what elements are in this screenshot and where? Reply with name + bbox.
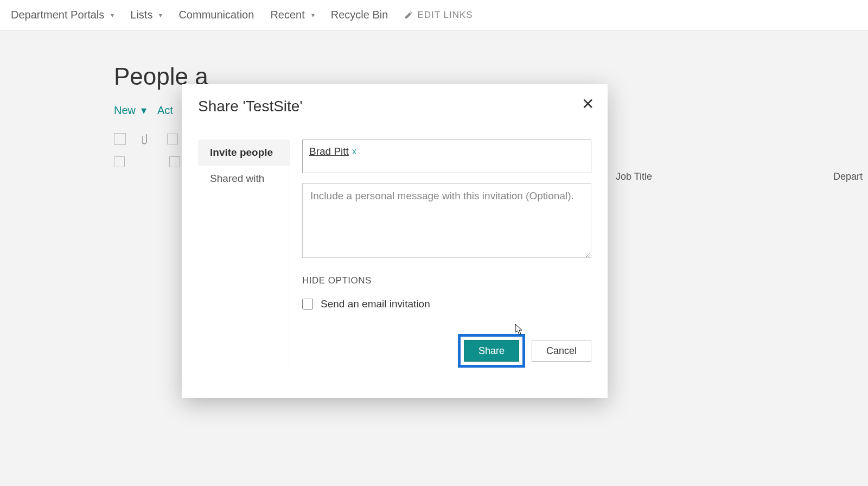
row-select-checkbox[interactable] [169, 156, 180, 167]
button-label: New [114, 104, 136, 117]
chevron-down-icon: ▾ [311, 11, 315, 19]
document-icon [114, 133, 126, 145]
tab-invite-people[interactable]: Invite people [198, 140, 290, 166]
share-highlight-box: Share [458, 334, 525, 368]
hide-options-toggle[interactable]: HIDE OPTIONS [302, 275, 591, 286]
dialog-title: Share 'TestSite' [198, 98, 591, 115]
new-button[interactable]: New ▾ [114, 104, 146, 117]
nav-lists[interactable]: Lists ▾ [130, 9, 162, 21]
nav-label: Recycle Bin [331, 9, 388, 21]
actions-button[interactable]: Act [157, 104, 173, 117]
chevron-down-icon: ▾ [141, 104, 146, 117]
cancel-button[interactable]: Cancel [532, 340, 591, 362]
select-all-checkbox[interactable] [167, 134, 178, 144]
nav-label: EDIT LINKS [417, 10, 473, 21]
tab-shared-with[interactable]: Shared with [198, 166, 290, 192]
email-invitation-row: Send an email invitation [302, 298, 591, 310]
chevron-down-icon: ▾ [111, 11, 114, 19]
dialog-body: Invite people Shared with Brad Pitt x HI… [198, 140, 591, 368]
column-department[interactable]: Depart [833, 171, 863, 182]
row-checkbox[interactable] [114, 156, 125, 167]
tab-label: Invite people [210, 147, 273, 159]
button-label: Share [478, 345, 505, 357]
message-textarea[interactable] [302, 183, 591, 258]
tab-label: Shared with [210, 173, 264, 185]
share-button[interactable]: Share [464, 340, 519, 362]
button-label: Act [157, 104, 173, 117]
nav-label: Communication [178, 9, 254, 21]
dialog-button-row: Share Cancel [458, 334, 591, 368]
nav-label: Department Portals [11, 9, 104, 21]
nav-recycle-bin[interactable]: Recycle Bin [331, 9, 388, 21]
people-chip-name[interactable]: Brad Pitt [309, 146, 349, 157]
chevron-down-icon: ▾ [159, 11, 162, 19]
nav-recent[interactable]: Recent ▾ [270, 9, 314, 21]
column-job-title[interactable]: Job Title [616, 171, 652, 182]
remove-chip-button[interactable]: x [352, 147, 356, 156]
nav-edit-links[interactable]: EDIT LINKS [404, 10, 473, 21]
nav-label: Recent [270, 9, 304, 21]
email-invitation-checkbox[interactable] [302, 299, 313, 310]
nav-label: Lists [130, 9, 152, 21]
people-chip: Brad Pitt x [309, 146, 356, 157]
nav-communication[interactable]: Communication [178, 9, 254, 21]
top-navigation: Department Portals ▾ Lists ▾ Communicati… [0, 0, 868, 30]
dialog-tabs: Invite people Shared with [198, 140, 290, 368]
button-label: Cancel [546, 345, 577, 357]
attachment-icon [142, 133, 151, 145]
close-icon: ✕ [582, 96, 594, 112]
people-picker-input[interactable]: Brad Pitt x [302, 140, 591, 173]
close-button[interactable]: ✕ [582, 95, 594, 113]
share-dialog: Share 'TestSite' ✕ Invite people Shared … [182, 84, 608, 398]
pencil-icon [404, 11, 413, 20]
email-invitation-label: Send an email invitation [321, 298, 430, 310]
form-area: Brad Pitt x HIDE OPTIONS Send an email i… [290, 140, 591, 368]
nav-department-portals[interactable]: Department Portals ▾ [11, 9, 114, 21]
